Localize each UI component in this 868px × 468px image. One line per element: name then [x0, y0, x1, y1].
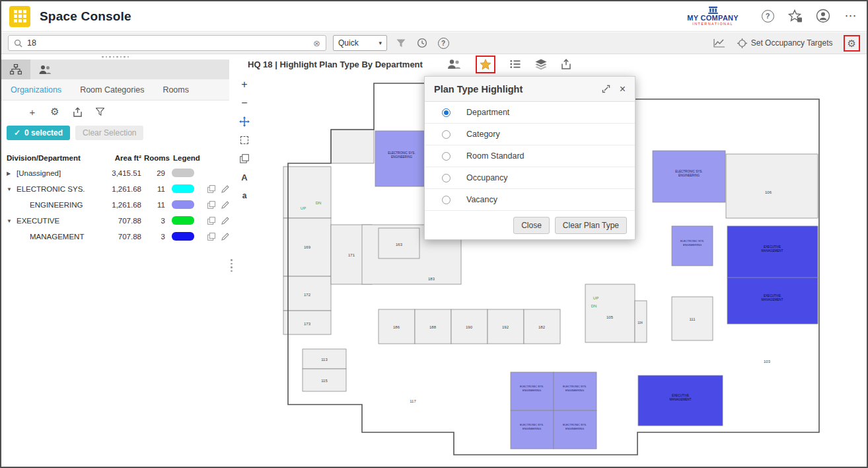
radio-room-standard[interactable]	[442, 152, 451, 161]
tab-organizations[interactable]: Organizations	[1, 79, 71, 100]
radio-vacancy[interactable]	[442, 196, 451, 204]
row-expander-icon[interactable]: ▼	[7, 218, 14, 224]
annotation-box-highlight	[476, 56, 495, 73]
settings-gear-icon[interactable]: ⚙	[848, 38, 856, 48]
edit-pencil-icon[interactable]	[221, 185, 229, 193]
table-row[interactable]: ▼ELECTRONIC SYS.1,261.6811	[1, 181, 229, 197]
plan-header: HQ 18 | Highlight Plan Type By Departmen…	[235, 54, 867, 74]
table-row[interactable]: ▶[Unassigned]3,415.5129	[1, 165, 229, 181]
plan-room-label: 113	[321, 358, 328, 362]
quick-filter-select[interactable]: Quick ▾	[333, 35, 387, 51]
text-size-small-button[interactable]: a	[238, 190, 250, 201]
plan-legend-button[interactable]	[510, 59, 521, 69]
radio-category[interactable]	[442, 130, 451, 139]
radio-department[interactable]	[442, 108, 451, 117]
quick-filter-value: Quick	[338, 38, 359, 48]
toolbar-help-button[interactable]: ?	[436, 36, 451, 50]
table-row[interactable]: MANAGEMENT707.883	[1, 229, 229, 245]
panel-splitter[interactable]	[229, 54, 235, 467]
plan-room-label: 190	[466, 325, 473, 329]
plan-room-label: ELECTRONIC SYS.ENGINEERING	[563, 423, 587, 430]
help-icon: ?	[762, 10, 774, 22]
funnel-icon	[396, 39, 406, 48]
help-button[interactable]: ?	[760, 8, 776, 24]
tab-occupancy-view[interactable]	[30, 59, 59, 79]
tab-organization-view[interactable]	[1, 59, 30, 79]
dialog-option-department[interactable]: Department	[425, 102, 635, 124]
plan-room-label: UP	[593, 296, 598, 300]
pan-recenter-button[interactable]	[238, 116, 250, 127]
report-chart-button[interactable]	[712, 36, 727, 50]
plan-room[interactable]	[331, 130, 374, 163]
plan-room-label: EXECUTIVEMANAGEMENT	[762, 294, 783, 301]
row-expander-icon[interactable]: ▶	[7, 171, 14, 176]
plan-room[interactable]	[726, 154, 818, 218]
dialog-close-button[interactable]: Close	[513, 217, 550, 234]
plan-room[interactable]	[283, 167, 331, 218]
set-occupancy-targets-button[interactable]: Set Occupancy Targets	[737, 38, 833, 48]
copy-icon[interactable]	[207, 233, 215, 241]
favorites-star-icon	[788, 9, 803, 22]
plan-room-label: 171	[348, 253, 355, 257]
plan-layers-button[interactable]	[535, 59, 547, 70]
occupancy-people-button[interactable]	[447, 59, 461, 69]
plan-export-button[interactable]	[561, 59, 571, 69]
user-menu-button[interactable]	[815, 8, 831, 24]
row-name: ELECTRONIC SYS.	[17, 185, 85, 193]
dialog-close-icon[interactable]: ×	[620, 84, 626, 95]
plan-room[interactable]	[585, 284, 635, 342]
app-window: Space Console MY COMPANY INTERNATIONAL ?	[0, 0, 868, 468]
duplicate-view-button[interactable]	[238, 153, 250, 164]
dialog-option-room-standard[interactable]: Room Standard	[425, 145, 635, 167]
row-area: 3,415.51	[106, 169, 144, 177]
dialog-option-occupancy[interactable]: Occupancy	[425, 167, 635, 189]
splitter-handle[interactable]	[231, 259, 233, 272]
zoom-in-button[interactable]: +	[238, 79, 250, 90]
toolbar-help-icon: ?	[438, 38, 449, 49]
plan-room-label: 103	[764, 360, 771, 364]
settings-button[interactable]: ⚙	[49, 106, 61, 118]
copy-icon[interactable]	[207, 217, 215, 225]
clear-selection-button[interactable]: Clear Selection	[75, 126, 143, 140]
plan-room-label: 192	[502, 325, 509, 329]
export-button[interactable]	[71, 106, 83, 118]
add-button[interactable]: +	[26, 106, 38, 118]
filter-rows-button[interactable]	[94, 106, 106, 118]
tab-room-categories[interactable]: Room Categories	[71, 79, 153, 100]
clear-search-icon[interactable]: ⊗	[313, 38, 320, 48]
dialog-expand-button[interactable]	[602, 85, 610, 93]
clear-plan-type-button[interactable]: Clear Plan Type	[555, 217, 627, 234]
favorites-button[interactable]	[787, 8, 803, 24]
table-row[interactable]: ▼EXECUTIVE707.883	[1, 213, 229, 229]
plan-highlight-button[interactable]	[480, 59, 491, 70]
zoom-out-button[interactable]: −	[238, 98, 250, 108]
table-row[interactable]: ENGINEERING1,261.6811	[1, 197, 229, 213]
edit-pencil-icon[interactable]	[221, 233, 229, 241]
copy-icon[interactable]	[207, 185, 215, 193]
selected-count-button[interactable]: ✓ 0 selected	[7, 126, 70, 140]
people-icon	[38, 65, 52, 75]
legend-swatch	[172, 200, 194, 209]
filter-button[interactable]	[394, 36, 408, 50]
tab-rooms[interactable]: Rooms	[153, 79, 198, 100]
history-button[interactable]	[415, 36, 429, 50]
marquee-select-button[interactable]	[238, 135, 250, 145]
clock-icon	[417, 38, 427, 48]
row-expander-icon[interactable]: ▼	[7, 186, 14, 192]
plan-room[interactable]	[375, 131, 428, 186]
more-menu-button[interactable]: ⋯	[843, 8, 859, 24]
text-size-large-button[interactable]: A	[238, 172, 250, 182]
dialog-option-category[interactable]: Category	[425, 124, 635, 145]
dialog-header[interactable]: Plan Type Highlight ×	[425, 77, 635, 102]
plan-room-label: 106	[765, 190, 772, 194]
panel-drag-handle[interactable]	[1, 54, 229, 59]
radio-occupancy[interactable]	[442, 174, 451, 182]
copy-icon[interactable]	[207, 201, 215, 209]
edit-pencil-icon[interactable]	[221, 217, 229, 225]
app-logo-icon[interactable]	[9, 6, 30, 27]
option-label: Category	[466, 130, 500, 139]
dialog-option-vacancy[interactable]: Vacancy	[425, 189, 635, 211]
col-rooms: Rooms	[144, 154, 168, 162]
search-input[interactable]: 18 ⊗	[8, 35, 326, 51]
edit-pencil-icon[interactable]	[221, 201, 229, 209]
